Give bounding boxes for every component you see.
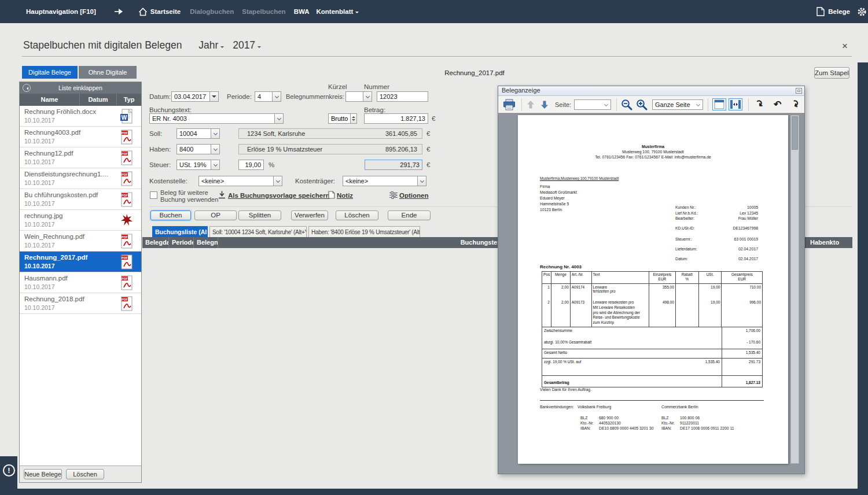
list-item-selected[interactable]: Rechnung_2017.pdf 10.10.2017 PDF (20, 252, 141, 272)
nav-startseite[interactable]: Startseite (150, 8, 181, 15)
grid-col-belegdat[interactable]: Belegdat. (142, 237, 169, 248)
grid-col-buchungstext[interactable]: Buchungstext (218, 237, 506, 248)
rotate-left-icon[interactable]: ↶ (774, 98, 781, 111)
list-item[interactable]: Rechnung12.pdf 10.10.2017 PDF (20, 147, 141, 168)
steuer-prozent-input[interactable]: 19,00 (238, 160, 264, 170)
warning-icon[interactable]: ! (3, 464, 15, 476)
notiz-link[interactable]: Notiz (337, 192, 353, 199)
loeschen-button[interactable]: Löschen (336, 210, 378, 220)
previous-page-icon[interactable] (527, 101, 534, 109)
grid-col-habenkto[interactable]: Habenkto (807, 237, 852, 248)
nav-kontenblatt[interactable]: Kontenblatt (316, 8, 359, 15)
next-page-icon[interactable] (541, 101, 548, 109)
gear-icon[interactable] (857, 7, 867, 17)
list-item[interactable]: Dienstleistungsrechnung1.... 10.10.2017 … (20, 168, 141, 189)
belege-doc-icon[interactable] (816, 7, 825, 16)
nav-stapelbuchen[interactable]: Stapelbuchen (242, 8, 285, 15)
soll-konto-combobox[interactable]: 10004 (176, 128, 220, 139)
collapse-left-arrow-icon[interactable] (23, 84, 31, 92)
beleg-weiter-checkbox[interactable] (150, 191, 157, 199)
svg-text:PDF: PDF (122, 152, 128, 156)
op-button[interactable]: OP (194, 210, 237, 220)
viewer-scrollbar-thumb[interactable] (792, 116, 798, 150)
dropdown-chevron-icon[interactable] (272, 92, 281, 101)
nav-bwa[interactable]: BWA (294, 8, 310, 15)
grid-col-periode[interactable]: Periode (169, 237, 194, 248)
tab-buchungsliste[interactable]: Buchungsliste (Alt+Q) (152, 226, 208, 237)
dropdown-arrow-icon[interactable] (209, 92, 218, 101)
nummer-input[interactable]: 12023 (377, 91, 428, 102)
dropdown-chevron-icon[interactable] (417, 176, 426, 186)
periode-combobox[interactable]: 4 (255, 91, 281, 102)
tab-haben-konto[interactable]: Haben: '8400 Erlöse 19 % Umsatzsteuer' (… (308, 226, 420, 237)
spinner-arrows-icon[interactable] (350, 114, 356, 123)
list-item[interactable]: Rechnung_2018.pdf 10.10.2017 PDF (20, 293, 141, 314)
rotate-right-icon[interactable]: ↷ (752, 97, 766, 111)
buchungsvorlage-link[interactable]: Als Buchungsvorlage speichern (228, 192, 330, 199)
steuer-combobox[interactable]: USt. 19% (176, 160, 220, 170)
year-value-dropdown[interactable]: 2017 (233, 39, 255, 51)
viewer-toolbar: Seite: Ganze Seite ↷ ↶ ↷ (498, 96, 804, 113)
list-item[interactable]: Wein_Rechnung.pdf 10.10.2017 PDF (20, 231, 141, 252)
zoom-out-icon[interactable] (621, 99, 632, 110)
dropdown-chevron-icon[interactable] (211, 129, 219, 138)
seite-combobox[interactable] (574, 99, 611, 110)
ende-button[interactable]: Ende (388, 210, 431, 220)
dropdown-chevron-icon[interactable] (363, 92, 372, 101)
list-item[interactable]: Rechnung Fröhlich.docx 10.10.2017 W (20, 106, 141, 127)
fit-page-view-icon[interactable] (712, 98, 726, 110)
tab-digitale-belege[interactable]: Digitale Belege (6) (22, 66, 78, 79)
column-datum[interactable]: Datum (80, 94, 117, 106)
year-label-dropdown-icon[interactable] (220, 46, 224, 50)
collapse-list-bar[interactable]: Liste einklappen (20, 82, 141, 94)
list-item[interactable]: Hausmann.pdf 10.10.2017 PDF (20, 272, 141, 293)
restore-window-icon[interactable] (796, 88, 802, 94)
nav-dialogbuchen[interactable]: Dialogbuchen (190, 8, 234, 15)
buchungstext-combobox[interactable]: ER Nr. 4003 (149, 113, 284, 124)
dropdown-chevron-icon[interactable] (211, 160, 219, 169)
column-name[interactable]: Name (20, 94, 80, 106)
main-navigation-button[interactable]: Hauptnavigation [F10] (26, 8, 96, 15)
invoice-title: Rechnung Nr. 4003 (540, 264, 582, 271)
rotate-clockwise-icon[interactable]: ↷ (788, 98, 803, 110)
optionen-link[interactable]: Optionen (399, 192, 428, 199)
tab-ohne-digitale-belege[interactable]: Ohne Digitale Belege (79, 66, 137, 79)
haben-konto-combobox[interactable]: 8400 (176, 144, 220, 154)
zoom-level-combobox[interactable]: Ganze Seite (652, 99, 703, 110)
list-item[interactable]: Bu chführungskosten.pdf 10.10.2017 PDF (20, 189, 141, 210)
home-icon[interactable] (138, 8, 148, 16)
column-typ[interactable]: Typ (117, 94, 141, 106)
betrag-input[interactable]: 1.827,13 (364, 113, 428, 124)
list-item[interactable]: rechnung.jpg 10.10.2017 (20, 210, 141, 231)
invoice-info-value: 10005 (747, 205, 758, 209)
tab-soll-konto[interactable]: Soll: '10004 1234 Soft, Karlsruhe' (Alt+… (209, 226, 307, 237)
list-item[interactable]: Rechnung4003.pdf 10.10.2017 PDF (20, 127, 141, 147)
print-icon[interactable] (503, 99, 516, 110)
grid-col-belegnr[interactable]: Belegnr. (194, 237, 218, 248)
zoom-in-icon[interactable] (636, 99, 648, 110)
viewer-scrollbar[interactable] (790, 115, 799, 464)
loeschen-belege-button[interactable]: Löschen (66, 469, 104, 479)
kostentraeger-combobox[interactable]: <keine> (343, 176, 426, 186)
verwerfen-button[interactable]: Verwerfen (291, 210, 328, 220)
brutto-netto-spinner[interactable]: Brutto (328, 113, 357, 124)
list-footer: Neue Belege Löschen (20, 466, 141, 482)
year-value-dropdown-icon[interactable] (258, 46, 261, 50)
splitten-button[interactable]: Splitten (238, 210, 281, 220)
buchen-button[interactable]: Buchen (150, 210, 191, 220)
nav-belege[interactable]: Belege (828, 8, 850, 15)
datum-label: Datum: (149, 93, 171, 100)
dropdown-chevron-icon[interactable] (274, 114, 283, 123)
dropdown-chevron-icon[interactable] (211, 145, 219, 154)
kuerzel-combobox[interactable] (345, 91, 372, 102)
dropdown-chevron-icon[interactable] (602, 100, 610, 109)
pin-icon[interactable] (115, 8, 123, 15)
close-icon[interactable]: × (842, 40, 848, 52)
zum-stapel-button[interactable]: Zum Stapel (814, 67, 849, 79)
dropdown-chevron-icon[interactable] (694, 100, 703, 109)
fit-width-view-icon[interactable] (729, 98, 742, 110)
dropdown-chevron-icon[interactable] (273, 176, 282, 186)
kostenstelle-combobox[interactable]: <keine> (198, 176, 282, 186)
neue-belege-button[interactable]: Neue Belege (24, 469, 62, 479)
datum-combobox[interactable]: 03.04.2017 (171, 91, 219, 102)
